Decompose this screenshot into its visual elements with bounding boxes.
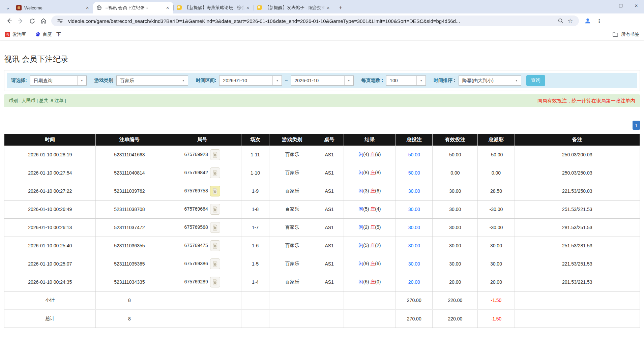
cell-label: 小计 [4, 291, 96, 309]
back-icon[interactable] [3, 15, 15, 27]
forward-icon[interactable] [15, 15, 26, 27]
total-bet-link[interactable]: 30.00 [408, 225, 420, 230]
cell-valid-bet: 20.00 [433, 273, 478, 291]
video-replay-button[interactable] [210, 149, 220, 160]
site-settings-icon[interactable] [55, 16, 65, 26]
cell-result: 闲(3) 庄(6) [344, 182, 396, 200]
video-replay-button[interactable] [210, 240, 220, 251]
total-bet-link[interactable]: 50.00 [408, 170, 420, 176]
round-number: 675769386 [184, 261, 208, 266]
date-start-select[interactable]: 2026-01-10 ▼ [219, 75, 282, 86]
bookmark-baidu[interactable]: 百度一下 [35, 31, 61, 37]
cell-label: 总计 [4, 309, 96, 328]
cell-time: 2026-01-10 00:28:19 [4, 146, 96, 164]
query-button[interactable]: 查询 [526, 75, 545, 86]
filter-panel: 请选择: 日期查询 ▼ 游戏类别 百家乐 ▼ 时间区间: 2026-01-10 … [4, 70, 640, 91]
table-row: 2026-01-10 00:27:22523111039762675769758… [4, 182, 640, 200]
video-replay-button[interactable] [210, 186, 220, 196]
total-bet-link[interactable]: 30.00 [408, 207, 420, 212]
tab-welcome[interactable]: Welcome ✕ [13, 2, 93, 13]
tab-close-icon[interactable]: ✕ [245, 5, 251, 11]
window-close-button[interactable]: ✕ [628, 0, 644, 11]
video-replay-button[interactable] [210, 204, 220, 215]
total-bet-link[interactable]: 30.00 [408, 243, 420, 248]
cell-empty [315, 291, 344, 309]
video-replay-button[interactable] [210, 258, 220, 269]
result-banker-label: 庄 [370, 261, 375, 266]
video-replay-button[interactable] [210, 277, 220, 287]
table-header-row: 时间注单编号局号场次游戏类别桌号结果总投注有效投注总派彩备注 [4, 134, 640, 146]
cell-bet-id: 523111041663 [96, 146, 163, 164]
cell-session: 1-11 [241, 146, 269, 164]
cell-table-no: AS1 [315, 200, 344, 218]
url-bar[interactable]: videoie.com/game/betrecord_search/kind3?… [51, 16, 579, 26]
bookmark-label: 百度一下 [43, 31, 61, 37]
profile-avatar-icon[interactable] [582, 16, 593, 26]
cell-table-no: AS1 [315, 218, 344, 237]
tab-search-chevron-icon[interactable]: ⌄ [3, 2, 13, 13]
tab-bet-records[interactable]: :::视讯 会员下注纪录::: ✕ [93, 2, 173, 13]
cell-empty [344, 309, 396, 328]
game-type-select[interactable]: 百家乐 ▼ [116, 75, 188, 86]
tab-title: 【新提醒】海燕策略论坛 - 综合交流 [185, 5, 245, 11]
bookmark-taobao[interactable]: 淘 爱淘宝 [5, 31, 26, 37]
window-controls: — ✕ [597, 0, 644, 11]
column-header: 总派彩 [478, 134, 515, 146]
tab-close-icon[interactable]: ✕ [165, 5, 171, 11]
tab-close-icon[interactable]: ✕ [325, 5, 331, 11]
result-banker-score: (0) [375, 279, 381, 284]
cell-bet-id: 523111037472 [96, 218, 163, 237]
per-page-select[interactable]: 100 ▼ [386, 75, 426, 86]
round-number: 675769758 [184, 188, 208, 193]
total-bet-link[interactable]: 30.00 [408, 261, 420, 267]
currency-summary: 币别 : 人民币 | 总共 :8 注单 | [9, 98, 66, 104]
cell-count: 8 [96, 309, 163, 328]
total-bet-link[interactable]: 30.00 [408, 188, 420, 194]
cell-game-type: 百家乐 [269, 182, 315, 200]
cell-payout: 30.00 [478, 237, 515, 255]
cell-result: 闲(8) 庄(8) [344, 164, 396, 182]
home-icon[interactable] [38, 15, 49, 27]
table-row: 2026-01-10 00:25:40523111036355675769475… [4, 237, 640, 255]
column-header: 场次 [241, 134, 269, 146]
window-maximize-button[interactable] [613, 0, 628, 11]
total-bet-link[interactable]: 50.00 [408, 152, 420, 157]
valid-bet-note: 同局有效投注，统一计算在该局第一张注单内 [537, 98, 635, 104]
zoom-indicator-icon[interactable] [556, 16, 565, 26]
all-bookmarks[interactable]: 所有书签 [606, 31, 639, 37]
url-text[interactable]: videoie.com/game/betrecord_search/kind3?… [68, 18, 556, 24]
cell-session: 1-4 [241, 273, 269, 291]
window-minimize-button[interactable]: — [597, 0, 613, 11]
subtotal-row: 小计8270.00220.00-1.50 [4, 291, 640, 309]
video-replay-button[interactable] [210, 222, 220, 233]
cell-remark: 250.03/200.03 [515, 146, 640, 164]
result-player-score: (2) [363, 224, 369, 230]
tab-forum-1[interactable]: 【新提醒】海燕策略论坛 - 综合交流 ✕ [173, 2, 254, 13]
cell-table-no: AS1 [315, 164, 344, 182]
cell-session: 1-6 [241, 237, 269, 255]
cell-payout: -50.00 [478, 146, 515, 164]
tab-title: :::视讯 会员下注纪录::: [105, 5, 165, 11]
query-type-select[interactable]: 日期查询 ▼ [30, 75, 87, 86]
cell-bet-id: 523111034335 [96, 273, 163, 291]
video-replay-button[interactable] [210, 167, 220, 178]
tab-forum-2[interactable]: 【新提醒】发表帖子 - 综合交流 ✕ [254, 2, 334, 13]
sort-label: 时间排序 : [434, 78, 456, 84]
total-bet-link[interactable]: 20.00 [408, 279, 420, 285]
bookmark-star-icon[interactable]: ☆ [565, 16, 575, 26]
date-end-select[interactable]: 2026-01-10 ▼ [291, 75, 354, 86]
cell-empty [241, 309, 269, 328]
column-header: 总投注 [396, 134, 433, 146]
sort-select[interactable]: 降幂(由大到小) ▼ [459, 75, 521, 86]
new-tab-button[interactable]: ＋ [336, 3, 345, 12]
page-1-button[interactable]: 1 [633, 121, 640, 130]
cell-remark: 201.53/221.53 [515, 273, 640, 291]
tab-close-icon[interactable]: ✕ [84, 5, 90, 11]
browser-menu-icon[interactable]: ⋮ [594, 16, 604, 26]
table-row: 2026-01-10 00:26:13523111037472675769568… [4, 218, 640, 237]
cell-session: 1-9 [241, 182, 269, 200]
table-row: 2026-01-10 00:27:54523111040814675769842… [4, 164, 640, 182]
cell-table-no: AS1 [315, 273, 344, 291]
refresh-icon[interactable] [26, 15, 38, 27]
cell-empty [344, 291, 396, 309]
